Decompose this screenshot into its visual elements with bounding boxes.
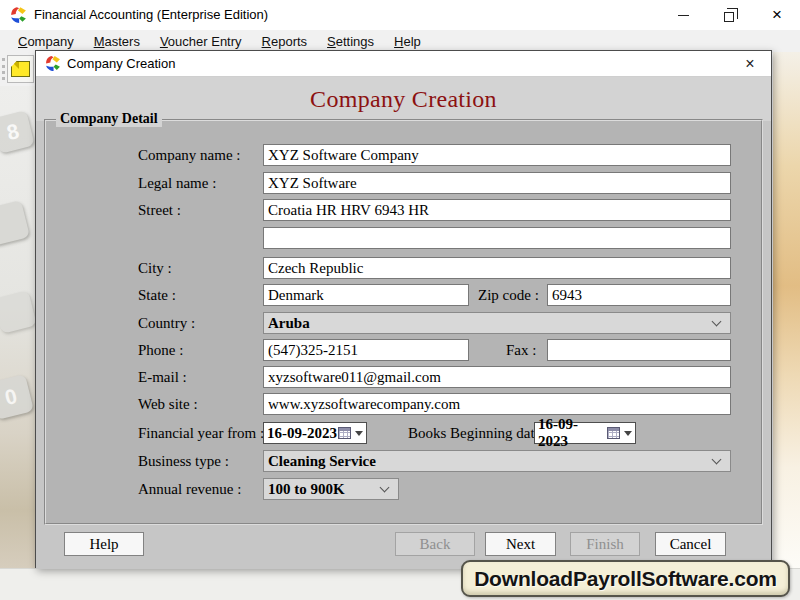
toolbar-drag-handle[interactable] [2,58,5,80]
new-document-icon [11,61,30,77]
dialog-close-button[interactable]: × [737,51,763,77]
city-input[interactable] [263,257,731,279]
street2-input[interactable] [263,227,731,249]
finish-button[interactable]: Finish [570,532,640,556]
legal-name-input[interactable] [263,172,731,194]
calc-key-blank [0,200,30,246]
business-type-label: Business type : [138,450,229,472]
books-date-datepicker[interactable]: 16-09-2023 [534,422,636,444]
financial-year-label: Financial year from : [138,422,264,444]
window-titlebar: Financial Accounting (Enterprise Edition… [0,0,800,30]
company-name-label: Company name : [138,144,240,166]
date-dropdown-arrow-icon [624,431,632,436]
annual-revenue-value: 100 to 900K [268,481,381,498]
dialog-close-icon: × [745,55,754,73]
next-button[interactable]: Next [485,532,556,556]
download-payroll-software-badge[interactable]: DownloadPayrollSoftware.com [461,560,790,597]
back-button[interactable]: Back [395,532,475,556]
email-label: E-mail : [138,366,187,388]
company-detail-label: Company Detail [56,111,162,127]
calc-key-8: 8 [0,110,35,154]
restore-button[interactable] [711,0,749,30]
zip-code-label: Zip code : [478,284,539,306]
dialog-heading: Company Creation [310,86,497,113]
business-type-dropdown[interactable]: Cleaning Service [263,450,731,472]
chevron-down-icon [712,455,722,465]
calendar-icon [607,427,620,439]
dialog-titlebar: Company Creation × [36,51,771,77]
business-type-value: Cleaning Service [268,453,713,470]
website-label: Web site : [138,393,198,415]
background-calculator-image: 8 0 [0,86,36,568]
financial-year-value: 16-09-2023 [267,425,338,442]
legal-name-label: Legal name : [138,172,216,194]
app-logo-icon [9,6,27,24]
date-dropdown-arrow-icon [355,431,363,436]
company-creation-dialog: Company Creation × Company Creation Comp… [35,50,772,568]
company-name-input[interactable] [263,144,731,166]
email-input[interactable] [263,366,731,388]
books-date-value: 16-09-2023 [538,416,607,450]
calc-key-0: 0 [0,374,34,420]
calendar-icon [338,427,351,439]
toolbar [0,53,36,86]
annual-revenue-dropdown[interactable]: 100 to 900K [263,478,399,500]
street-label: Street : [138,199,181,221]
state-label: State : [138,284,176,306]
phone-label: Phone : [138,339,183,361]
zip-code-input[interactable] [547,284,731,306]
cancel-button[interactable]: Cancel [655,532,726,556]
minimize-button[interactable] [664,0,702,30]
fax-label: Fax : [506,339,536,361]
country-dropdown[interactable]: Aruba [263,312,731,334]
calc-key-blank2 [0,290,36,334]
city-label: City : [138,257,172,279]
chevron-down-icon [712,317,722,327]
window-close-button[interactable]: × [758,0,796,30]
close-icon: × [772,5,782,25]
background-right-texture [773,52,800,572]
minimize-icon [678,15,689,16]
help-button[interactable]: Help [64,532,144,556]
chevron-down-icon [380,483,390,493]
state-input[interactable] [263,284,469,306]
dialog-title: Company Creation [67,56,175,71]
restore-icon [724,12,734,22]
fax-input[interactable] [547,339,731,361]
badge-text: DownloadPayrollSoftware.com [474,567,777,591]
financial-year-datepicker[interactable]: 16-09-2023 [263,422,367,444]
books-date-label: Books Beginning date: [408,422,546,444]
phone-input[interactable] [263,339,469,361]
street-input[interactable] [263,199,731,221]
dialog-app-icon [44,55,61,72]
country-label: Country : [138,312,195,334]
company-detail-group: Company Detail Company name : Legal name… [44,119,763,525]
window-title: Financial Accounting (Enterprise Edition… [34,0,268,30]
country-value: Aruba [268,315,713,332]
annual-revenue-label: Annual revenue : [138,478,241,500]
website-input[interactable] [263,393,731,415]
new-company-toolbar-button[interactable] [7,55,34,83]
